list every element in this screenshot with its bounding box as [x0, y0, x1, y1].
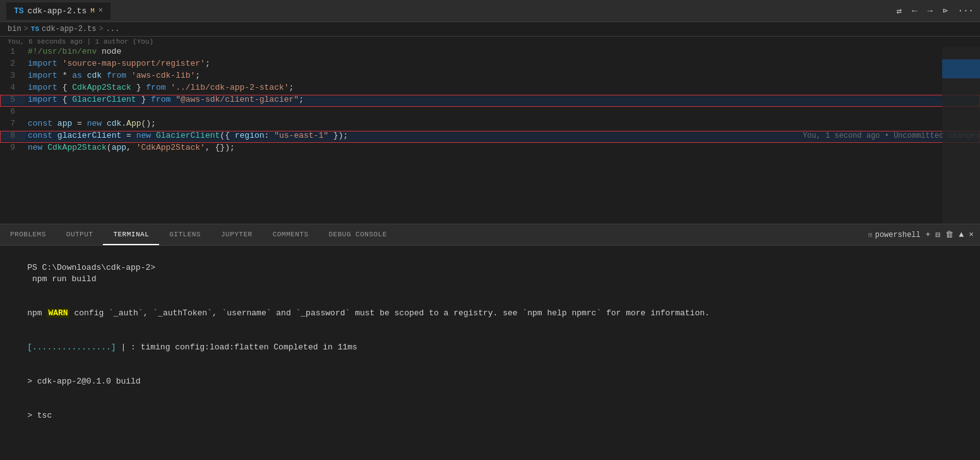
- shell-selector[interactable]: ⊞ powershell: [868, 231, 921, 239]
- tab-modified-indicator: M: [90, 7, 95, 15]
- breadcrumb-sep1: >: [24, 25, 28, 33]
- code-line-9: 9 new CdkApp2Stack(app, 'CdkApp2Stack', …: [0, 143, 980, 155]
- terminal-warn-line: npm WARN config `_auth`, `_authToken`, `…: [8, 296, 972, 330]
- title-bar-actions: ⇄ ← → ⊳ ···: [897, 6, 974, 16]
- breadcrumb: bin > TS cdk-app-2.ts > ...: [0, 22, 980, 37]
- go-forward-icon[interactable]: →: [928, 6, 933, 16]
- open-to-side-icon[interactable]: ⊳: [943, 6, 948, 16]
- line-number-1: 1: [0, 47, 25, 56]
- line-number-7: 7: [0, 119, 25, 128]
- title-bar: TS cdk-app-2.ts M × ⇄ ← → ⊳ ···: [0, 0, 980, 22]
- breadcrumb-filename[interactable]: cdk-app-2.ts: [42, 25, 96, 33]
- panel-tabs-right: ⊞ powershell + ⊟ 🗑 ▲ ×: [868, 230, 980, 240]
- breadcrumb-sep2: >: [99, 25, 103, 33]
- close-panel-button[interactable]: ×: [969, 230, 974, 239]
- breadcrumb-bin[interactable]: bin: [8, 25, 21, 33]
- tab-close-button[interactable]: ×: [99, 6, 103, 15]
- line-number-6: 6: [0, 107, 25, 116]
- line-number-8: 8: [0, 131, 25, 140]
- breadcrumb-ts-badge: TS: [31, 25, 39, 33]
- code-line-7: 7 const app = new cdk.App();: [0, 119, 980, 131]
- code-content-8: const glacierClient = new GlacierClient(…: [25, 131, 777, 140]
- code-line-3: 3 import * as cdk from 'aws-cdk-lib';: [0, 71, 980, 83]
- line-number-9: 9: [0, 143, 25, 152]
- split-editor-icon[interactable]: ⇄: [897, 6, 902, 16]
- terminal-blank-line: [8, 433, 972, 444]
- code-content-5: import { GlacierClient } from "@aws-sdk/…: [25, 95, 980, 104]
- editor-tab[interactable]: TS cdk-app-2.ts M ×: [6, 3, 111, 20]
- code-content-9: new CdkApp2Stack(app, 'CdkApp2Stack', {}…: [25, 143, 980, 152]
- terminal-error1-path: node_modules/@aws-sdk/client-glacier/dis…: [8, 444, 972, 448]
- line-number-4: 4: [0, 83, 25, 92]
- minimap-viewport: [942, 59, 980, 78]
- git-blame-info: You, 6 seconds ago | 1 author (You): [0, 37, 980, 47]
- code-content-3: import * as cdk from 'aws-cdk-lib';: [25, 71, 980, 80]
- title-bar-left: TS cdk-app-2.ts M ×: [6, 3, 111, 20]
- breadcrumb-ellipsis[interactable]: ...: [106, 25, 120, 33]
- terminal-build-line2: > tsc: [8, 399, 972, 433]
- terminal-build-line1: > cdk-app-2@0.1.0 build: [8, 365, 972, 399]
- tab-debug-console[interactable]: DEBUG CONSOLE: [318, 224, 397, 245]
- code-content-7: const app = new cdk.App();: [25, 119, 980, 128]
- panel-tabs-left: PROBLEMS OUTPUT TERMINAL GITLENS JUPYTER…: [0, 224, 397, 245]
- line-number-3: 3: [0, 71, 25, 80]
- code-line-6: 6: [0, 107, 980, 119]
- tab-jupyter[interactable]: JUPYTER: [211, 224, 263, 245]
- code-content-2: import 'source-map-support/register';: [25, 59, 980, 68]
- code-line-4: 4 import { CdkApp2Stack } from '../lib/c…: [0, 83, 980, 95]
- line-number-2: 2: [0, 59, 25, 68]
- code-content-4: import { CdkApp2Stack } from '../lib/cdk…: [25, 83, 980, 92]
- code-editor: 1 #!/usr/bin/env node 2 import 'source-m…: [0, 47, 980, 224]
- maximize-panel-button[interactable]: ▲: [959, 230, 964, 239]
- more-actions-icon[interactable]: ···: [958, 6, 974, 16]
- code-line-1: 1 #!/usr/bin/env node: [0, 47, 980, 59]
- panel-tabs: PROBLEMS OUTPUT TERMINAL GITLENS JUPYTER…: [0, 224, 980, 246]
- go-back-icon[interactable]: ←: [912, 6, 917, 16]
- terminal-line-prompt: PS C:\Downloads\cdk-app-2> npm run build: [8, 251, 972, 296]
- line-number-5: 5: [0, 95, 25, 104]
- tab-comments[interactable]: COMMENTS: [263, 224, 319, 245]
- minimap: [942, 47, 980, 224]
- new-terminal-button[interactable]: +: [926, 230, 931, 239]
- tab-output[interactable]: OUTPUT: [56, 224, 104, 245]
- code-line-8: 8 const glacierClient = new GlacierClien…: [0, 131, 980, 143]
- split-terminal-button[interactable]: ⊟: [936, 230, 941, 240]
- tab-filename: cdk-app-2.ts: [28, 6, 87, 16]
- code-content-1: #!/usr/bin/env node: [25, 47, 980, 56]
- code-line-2: 2 import 'source-map-support/register';: [0, 59, 980, 71]
- tab-terminal[interactable]: TERMINAL: [103, 224, 159, 245]
- terminal-command: npm run build: [27, 274, 96, 284]
- code-line-5: 5 import { GlacierClient } from "@aws-sd…: [0, 95, 980, 107]
- tab-gitlens[interactable]: GITLENS: [159, 224, 211, 245]
- kill-terminal-button[interactable]: 🗑: [945, 230, 953, 239]
- terminal-panel[interactable]: PS C:\Downloads\cdk-app-2> npm run build…: [0, 246, 980, 448]
- ts-badge: TS: [14, 6, 24, 16]
- terminal-prompt: PS C:\Downloads\cdk-app-2>: [27, 263, 155, 272]
- terminal-timing-line: [................] | : timing config:loa…: [8, 330, 972, 365]
- warn-badge: WARN: [47, 308, 69, 318]
- tab-problems[interactable]: PROBLEMS: [0, 224, 56, 245]
